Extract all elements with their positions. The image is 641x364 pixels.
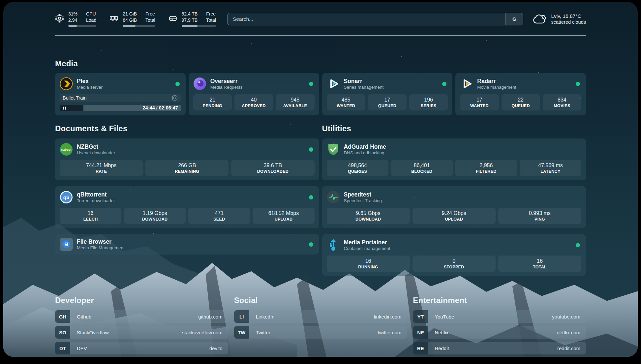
- bookmark-url: netflix.com: [557, 326, 586, 339]
- service-description: Usenet downloader: [77, 150, 115, 156]
- bookmark-reddit[interactable]: RE Reddit reddit.com: [413, 342, 586, 354]
- camera-icon[interactable]: [171, 95, 178, 101]
- weather-location-temp: Lviv, 16.87°C: [551, 13, 586, 19]
- developer-section-title: Developer: [55, 296, 228, 305]
- disk-icon: [168, 14, 177, 23]
- stat-filtered: 2,956 FILTERED: [455, 160, 517, 176]
- ram-icon: [109, 14, 118, 23]
- nzbget-icon: nzbget: [60, 143, 73, 156]
- stat-wanted: 485 WANTED: [327, 94, 365, 110]
- bookmark-abbr: RE: [413, 342, 428, 354]
- bookmark-name: DEV: [70, 342, 209, 354]
- disk-total-value: 97.9 TB: [182, 17, 198, 23]
- media-section-title: Media: [55, 59, 586, 68]
- filebrowser-card[interactable]: File Browser Media File Management: [55, 234, 319, 255]
- stat-blocked: 86,401 BLOCKED: [391, 160, 453, 176]
- bookmark-stackoverflow[interactable]: SO StackOverflow stackoverflow.com: [55, 326, 228, 339]
- service-description: Media File Management: [77, 245, 125, 251]
- bookmark-dev[interactable]: DT DEV dev.to: [55, 342, 228, 354]
- status-dot: [309, 195, 313, 199]
- stat-queued: 22 QUEUED: [502, 94, 540, 110]
- service-name: File Browser: [77, 238, 125, 245]
- section-entertainment: Entertainment YT YouTube youtube.com NF …: [413, 296, 586, 354]
- documents-section-title: Documents & Files: [55, 124, 319, 133]
- status-dot: [576, 82, 580, 86]
- bookmark-abbr: TW: [234, 326, 249, 339]
- bookmark-name: YouTube: [428, 310, 552, 323]
- section-media: Media Plex Media server: [55, 59, 586, 115]
- bookmark-url: stackoverflow.com: [182, 326, 228, 339]
- stat-download: 1.19 Gbps DOWNLOAD: [124, 208, 186, 224]
- svg-text:qb: qb: [63, 195, 69, 200]
- service-name: Sonarr: [344, 78, 384, 84]
- portainer-card[interactable]: Media Portainer Container management 16 …: [322, 234, 586, 276]
- bookmark-url: dev.to: [209, 342, 228, 354]
- stat-wanted: 17 WANTED: [460, 94, 499, 110]
- dashboard: 31% 2.94 CPU Load: [3, 2, 638, 357]
- cloud-icon: [533, 13, 547, 25]
- stat-remaining: 266 GB REMAINING: [145, 160, 229, 176]
- memory-free-value: 21 GiB: [123, 11, 137, 17]
- pause-icon: [63, 106, 67, 110]
- overseerr-card[interactable]: Overseerr Media Requests 21 PENDING 40 A…: [189, 73, 319, 115]
- stat-total: 16 TOTAL: [498, 256, 581, 272]
- bookmark-linkedin[interactable]: LI LinkedIn linkedin.com: [234, 310, 407, 323]
- bookmark-name: Reddit: [428, 342, 557, 354]
- memory-total-label: Total: [145, 17, 155, 23]
- sonarr-card[interactable]: Sonarr Series management 485 WANTED 17 Q…: [322, 73, 453, 115]
- plex-icon: [60, 77, 73, 90]
- cpu-icon: [55, 14, 64, 23]
- radarr-card[interactable]: Radarr Movie management 17 WANTED 22 QUE…: [455, 73, 586, 115]
- service-name: AdGuard Home: [344, 143, 386, 150]
- bookmark-url: youtube.com: [552, 310, 586, 323]
- bookmark-abbr: YT: [413, 310, 428, 323]
- bookmark-url: github.com: [198, 310, 228, 323]
- bookmark-youtube[interactable]: YT YouTube youtube.com: [413, 310, 586, 323]
- topbar-divider: [55, 35, 586, 36]
- overseerr-icon: [193, 77, 206, 90]
- stat-leech: 16 LEECH: [60, 208, 121, 224]
- plex-card[interactable]: Plex Media server Bullet Train: [55, 73, 186, 115]
- memory-total-value: 64 GiB: [123, 17, 137, 23]
- bookmark-abbr: DT: [55, 342, 70, 354]
- cpu-load-value: 2.94: [68, 17, 77, 23]
- stat-series: 196 SERIES: [409, 94, 448, 110]
- weather-condition: scattered clouds: [551, 19, 586, 25]
- service-name: Overseerr: [210, 78, 243, 84]
- bookmark-github[interactable]: GH Github github.com: [55, 310, 228, 323]
- qbittorrent-card[interactable]: qb qBittorrent Torrent downloader 16 LEE…: [55, 186, 319, 228]
- stat-stopped: 0 STOPPED: [412, 256, 496, 272]
- social-section-title: Social: [234, 296, 407, 305]
- stat-latency: 47.569 ms LATENCY: [520, 160, 581, 176]
- bookmark-name: Twitter: [249, 326, 378, 339]
- bookmark-netflix[interactable]: NF Netflix netflix.com: [413, 326, 586, 339]
- stat-queries: 498,564 QUERIES: [327, 160, 388, 176]
- adguard-card[interactable]: AdGuard Home DNS and adblocking 498,564 …: [322, 138, 586, 180]
- cpu-label: CPU: [86, 11, 96, 17]
- stat-available: 945 AVAILABLE: [276, 94, 314, 110]
- service-description: DNS and adblocking: [344, 150, 386, 156]
- search-provider-button[interactable]: G: [505, 13, 523, 25]
- disk-free-value: 52.4 TB: [182, 11, 198, 17]
- stat-approved: 40 APPROVED: [234, 94, 273, 110]
- stat-upload: 9.24 Gbps UPLOAD: [412, 208, 496, 224]
- stat-pending: 21 PENDING: [193, 94, 232, 110]
- search-input[interactable]: [228, 13, 505, 25]
- service-name: Speedtest: [344, 191, 382, 198]
- speedtest-icon: [327, 191, 340, 204]
- bookmark-url: reddit.com: [557, 342, 586, 354]
- stat-running: 16 RUNNING: [327, 256, 410, 272]
- status-dot: [309, 242, 313, 247]
- bookmark-twitter[interactable]: TW Twitter twitter.com: [234, 326, 407, 339]
- stat-download: 9.65 Gbps DOWNLOAD: [327, 208, 410, 224]
- filebrowser-icon: [60, 238, 73, 251]
- nzbget-card[interactable]: nzbget NZBGet Usenet downloader 744.21 M…: [55, 138, 319, 180]
- section-documents: Documents & Files nzbget NZBGet Usenet d…: [55, 124, 319, 276]
- memory-widget: 21 GiB 64 GiB Free Total: [109, 11, 155, 27]
- stat-rate: 744.21 Mbps RATE: [60, 160, 143, 176]
- speedtest-card[interactable]: Speedtest Speedtest Tracking 9.65 Gbps D…: [322, 186, 586, 228]
- playback-progress-bar: 24:44 / 02:06:47: [60, 105, 181, 111]
- service-description: Torrent downloader: [77, 198, 115, 203]
- stat-queued: 17 QUEUED: [368, 94, 407, 110]
- stat-movies: 834 MOVIES: [543, 94, 581, 110]
